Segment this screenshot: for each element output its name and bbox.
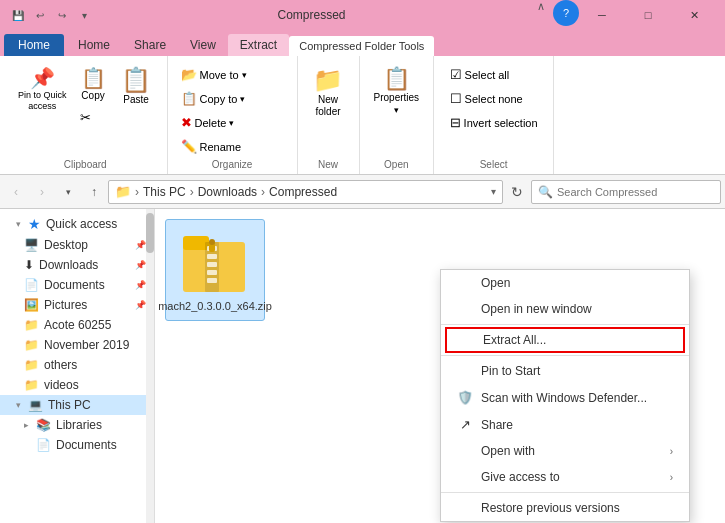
this-pc-expand-icon: ▾	[16, 400, 21, 410]
sidebar-item-pictures[interactable]: 🖼️ Pictures 📌	[0, 295, 154, 315]
downloads-icon: ⬇	[24, 258, 34, 272]
title-bar-controls: ∧ ? ─ □ ✕	[529, 0, 717, 30]
quick-access-expand-icon: ▾	[16, 219, 21, 229]
rename-btn[interactable]: ✏️ Rename	[176, 136, 247, 157]
up-btn[interactable]: ↑	[82, 180, 106, 204]
acote-icon: 📁	[24, 318, 39, 332]
path-downloads[interactable]: Downloads	[198, 185, 257, 199]
ctx-extract-all[interactable]: Extract All...	[445, 327, 685, 353]
main-area: ▾ ★ Quick access 🖥️ Desktop 📌 ⬇ Download…	[0, 209, 725, 523]
recent-btn[interactable]: ▾	[56, 180, 80, 204]
delete-btn[interactable]: ✖ Delete ▾	[176, 112, 240, 133]
new-folder-icon: 📁	[313, 68, 343, 92]
clipboard-label: Clipboard	[64, 157, 107, 170]
ctx-restore[interactable]: Restore previous versions	[441, 495, 689, 521]
sidebar-item-this-pc[interactable]: ▾ 💻 This PC	[0, 395, 154, 415]
invert-icon: ⊟	[450, 115, 461, 130]
copy-to-icon: 📋	[181, 91, 197, 106]
ctx-share[interactable]: ↗ Share	[441, 411, 689, 438]
select-none-btn[interactable]: ☐ Select none	[445, 88, 528, 109]
svg-rect-7	[207, 278, 217, 283]
invert-selection-btn[interactable]: ⊟ Invert selection	[445, 112, 543, 133]
pictures-pin-icon: 📌	[135, 300, 146, 310]
copy-to-btn[interactable]: 📋 Copy to ▾	[176, 88, 251, 109]
close-btn[interactable]: ✕	[671, 0, 717, 30]
properties-btn[interactable]: 📋 Properties ▾	[368, 64, 426, 119]
sidebar-item-downloads[interactable]: ⬇ Downloads 📌	[0, 255, 154, 275]
refresh-btn[interactable]: ↻	[505, 180, 529, 204]
qat-redo-btn[interactable]: ↪	[52, 5, 72, 25]
maximize-btn[interactable]: □	[625, 0, 671, 30]
tab-home[interactable]: Home	[66, 34, 122, 56]
file-icon-zip[interactable]: mach2_0.3.0.0_x64.zip	[165, 219, 265, 321]
paste-btn[interactable]: 📋 Paste	[114, 64, 159, 109]
new-label: New	[318, 157, 338, 170]
sidebar-item-libraries[interactable]: ▸ 📚 Libraries	[0, 415, 154, 435]
select-label: Select	[480, 157, 508, 170]
search-box[interactable]: 🔍	[531, 180, 721, 204]
ctx-open-new-window[interactable]: Open in new window	[441, 296, 689, 322]
tab-view[interactable]: View	[178, 34, 228, 56]
search-input[interactable]	[557, 186, 714, 198]
path-home-icon: 📁	[115, 184, 131, 199]
ctx-sep1	[441, 324, 689, 325]
new-folder-label: Newfolder	[316, 94, 341, 118]
others-icon: 📁	[24, 358, 39, 372]
sidebar-item-videos[interactable]: 📁 videos	[0, 375, 154, 395]
ctx-open-new-label: Open in new window	[481, 302, 592, 316]
sidebar-item-documents2[interactable]: 📄 Documents	[0, 435, 154, 455]
ctx-open-with[interactable]: Open with ›	[441, 438, 689, 464]
address-bar: ‹ › ▾ ↑ 📁 › This PC › Downloads › Compre…	[0, 175, 725, 209]
content-area: mach2_0.3.0.0_x64.zip Open Open in new w…	[155, 209, 725, 523]
ctx-open-with-label: Open with	[481, 444, 535, 458]
ribbon-collapse-btn[interactable]: ∧	[529, 0, 553, 30]
help-btn[interactable]: ?	[553, 0, 579, 26]
forward-btn[interactable]: ›	[30, 180, 54, 204]
sidebar-item-quick-access[interactable]: ▾ ★ Quick access	[0, 213, 154, 235]
scissors-icon: ✂	[80, 110, 91, 125]
path-dropdown-icon[interactable]: ▾	[491, 186, 496, 197]
acote-label: Acote 60255	[44, 318, 111, 332]
ctx-sep2	[441, 355, 689, 356]
sidebar-item-documents[interactable]: 📄 Documents 📌	[0, 275, 154, 295]
path-this-pc[interactable]: This PC	[143, 185, 186, 199]
ctx-scan[interactable]: 🛡️ Scan with Windows Defender...	[441, 384, 689, 411]
ctx-extract-label: Extract All...	[483, 333, 546, 347]
sidebar-item-others[interactable]: 📁 others	[0, 355, 154, 375]
qat-dropdown-btn[interactable]: ▾	[74, 5, 94, 25]
search-icon: 🔍	[538, 185, 553, 199]
paste-icon: 📋	[121, 68, 151, 92]
sidebar-item-desktop[interactable]: 🖥️ Desktop 📌	[0, 235, 154, 255]
properties-dropdown-icon: ▾	[394, 105, 399, 115]
path-compressed[interactable]: Compressed	[269, 185, 337, 199]
select-all-btn[interactable]: ☑ Select all	[445, 64, 515, 85]
select-none-icon: ☐	[450, 91, 462, 106]
copy-btn[interactable]: 📋 Copy	[75, 64, 112, 105]
documents-icon: 📄	[24, 278, 39, 292]
back-btn[interactable]: ‹	[4, 180, 28, 204]
tab-file[interactable]: Home	[4, 34, 64, 56]
minimize-btn[interactable]: ─	[579, 0, 625, 30]
ctx-pin-to-start[interactable]: Pin to Start	[441, 358, 689, 384]
sidebar-item-november[interactable]: 📁 November 2019	[0, 335, 154, 355]
move-to-btn[interactable]: 📂 Move to ▾	[176, 64, 252, 85]
address-path[interactable]: 📁 › This PC › Downloads › Compressed ▾	[108, 180, 503, 204]
tab-compressed-folder-tools[interactable]: Compressed Folder Tools	[289, 36, 434, 56]
ctx-give-access[interactable]: Give access to ›	[441, 464, 689, 490]
ribbon-group-select: ☑ Select all ☐ Select none ⊟ Invert sele…	[434, 56, 554, 174]
qat-undo-btn[interactable]: ↩	[30, 5, 50, 25]
downloads-pin-icon: 📌	[135, 260, 146, 270]
cut-btn[interactable]: ✂	[75, 107, 112, 128]
new-folder-btn[interactable]: 📁 Newfolder	[306, 64, 351, 122]
ribbon-group-open: 📋 Properties ▾ Open	[360, 56, 435, 174]
copy-label: Copy	[81, 90, 104, 101]
pin-to-quick-access-btn[interactable]: 📌 Pin to Quickaccess	[12, 64, 73, 116]
qat-save-btn[interactable]: 💾	[8, 5, 28, 25]
ctx-open[interactable]: Open	[441, 270, 689, 296]
libraries-label: Libraries	[56, 418, 102, 432]
sidebar-item-acote[interactable]: 📁 Acote 60255	[0, 315, 154, 335]
tab-extract[interactable]: Extract	[228, 34, 289, 56]
tab-share[interactable]: Share	[122, 34, 178, 56]
ribbon-tabs: Home Home Share View Extract Compressed …	[0, 30, 725, 56]
ctx-give-access-label: Give access to	[481, 470, 560, 484]
